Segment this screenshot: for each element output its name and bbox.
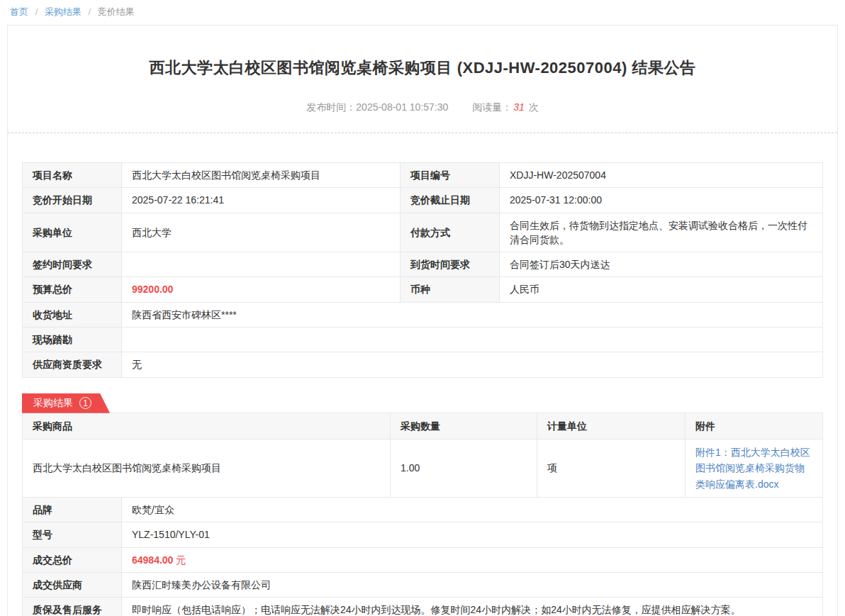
- announcement-card: 西北大学太白校区图书馆阅览桌椅采购项目 (XDJJ-HW-202507004) …: [7, 25, 838, 616]
- table-row: 成交供应商 陕西汇时臻美办公设备有限公司: [23, 573, 823, 598]
- table-row: 西北大学太白校区图书馆阅览桌椅采购项目 1.00 项 附件1：西北大学太白校区图…: [23, 439, 823, 497]
- info-value-supplier-qualification: 无: [122, 352, 823, 377]
- detail-label-brand: 品牌: [23, 498, 122, 522]
- info-value-sign-time: [122, 252, 401, 277]
- result-tag-label: 采购结果: [33, 397, 73, 410]
- result-attachment-cell: 附件1：西北大学太白校区图书馆阅览桌椅采购货物类响应偏离表.docx: [685, 439, 823, 497]
- info-label-project-name: 项目名称: [23, 163, 122, 188]
- info-label-delivery-time: 到货时间要求: [401, 252, 500, 277]
- info-value-currency: 人民币: [500, 277, 823, 302]
- page-title: 西北大学太白校区图书馆阅览桌椅采购项目 (XDJJ-HW-202507004) …: [22, 57, 823, 79]
- info-value-purchaser: 西北大学: [122, 213, 401, 252]
- table-row: 质保及售后服务 即时响应（包括电话响应）；电话响应无法解决24小时内到达现场。修…: [23, 598, 823, 616]
- breadcrumb-current: 竞价结果: [98, 6, 135, 17]
- table-row: 现场踏勘: [23, 327, 823, 352]
- result-table: 采购商品 采购数量 计量单位 附件 西北大学太白校区图书馆阅览桌椅采购项目 1.…: [22, 413, 823, 498]
- table-row: 品牌 欧梵/宜众: [23, 498, 823, 522]
- table-row: 收货地址 陕西省西安市碑林区****: [23, 302, 823, 327]
- breadcrumb-separator: /: [89, 6, 91, 17]
- result-detail-table: 品牌 欧梵/宜众 型号 YLZ-1510/YLY-01 成交总价 64984.0…: [22, 497, 823, 616]
- detail-value-deal-price: 64984.00 元: [122, 547, 823, 572]
- result-header-unit: 计量单位: [537, 413, 685, 439]
- info-label-project-no: 项目编号: [401, 163, 500, 188]
- info-value-bid-end: 2025-07-31 12:00:00: [500, 188, 823, 213]
- detail-label-model: 型号: [23, 522, 122, 547]
- result-product-name: 西北大学太白校区图书馆阅览桌椅采购项目: [23, 439, 391, 497]
- table-row: 签约时间要求 到货时间要求 合同签订后30天内送达: [23, 252, 823, 277]
- views-group: 阅读量：31 次: [472, 101, 538, 113]
- info-value-bid-start: 2025-07-22 16:21:41: [122, 188, 401, 213]
- info-label-address: 收货地址: [23, 302, 122, 327]
- deal-price-amount: 64984.00: [132, 554, 173, 566]
- info-value-budget: 99200.00: [122, 277, 401, 302]
- result-header-product: 采购商品: [23, 413, 391, 439]
- publish-time-group: 发布时间：2025-08-01 10:57:30: [306, 101, 448, 113]
- project-info-table: 项目名称 西北大学太白校区图书馆阅览桌椅采购项目 项目编号 XDJJ-HW-20…: [22, 162, 823, 378]
- detail-value-supplier: 陕西汇时臻美办公设备有限公司: [122, 573, 823, 598]
- views-unit: 次: [529, 101, 539, 113]
- info-label-bid-end: 竞价截止日期: [401, 188, 500, 213]
- result-count-badge: 1: [79, 397, 91, 409]
- result-header-quantity: 采购数量: [391, 413, 537, 439]
- info-label-budget: 预算总价: [23, 277, 122, 302]
- result-section-tag: 采购结果 1: [22, 393, 110, 413]
- publish-time-label: 发布时间：: [306, 101, 356, 113]
- table-row: 供应商资质要求 无: [23, 352, 823, 377]
- info-label-payment: 付款方式: [401, 213, 500, 252]
- detail-value-warranty: 即时响应（包括电话响应）；电话响应无法解决24小时内到达现场。修复时间24小时内…: [122, 598, 823, 616]
- detail-label-deal-price: 成交总价: [23, 547, 122, 572]
- detail-label-supplier: 成交供应商: [23, 573, 122, 598]
- breadcrumb-home[interactable]: 首页: [10, 6, 28, 17]
- table-row: 预算总价 99200.00 币种 人民币: [23, 277, 823, 302]
- info-label-currency: 币种: [401, 277, 500, 302]
- breadcrumb-separator: /: [35, 6, 38, 17]
- info-label-sign-time: 签约时间要求: [23, 252, 122, 277]
- table-row: 采购单位 西北大学 付款方式 合同生效后，待货物到达指定地点、安装调试验收合格后…: [23, 213, 823, 252]
- info-value-site-survey: [122, 327, 823, 352]
- detail-label-warranty: 质保及售后服务: [23, 598, 122, 616]
- detail-value-model: YLZ-1510/YLY-01: [122, 522, 823, 547]
- announcement-body: 项目名称 西北大学太白校区图书馆阅览桌椅采购项目 项目编号 XDJJ-HW-20…: [8, 133, 837, 616]
- result-header-attachment: 附件: [685, 413, 823, 439]
- announcement-header: 西北大学太白校区图书馆阅览桌椅采购项目 (XDJJ-HW-202507004) …: [8, 26, 837, 133]
- info-label-purchaser: 采购单位: [23, 213, 122, 252]
- attachment-link[interactable]: 附件1：西北大学太白校区图书馆阅览桌椅采购货物类响应偏离表.docx: [695, 444, 812, 492]
- detail-value-brand: 欧梵/宜众: [122, 498, 823, 522]
- deal-price-unit: 元: [173, 554, 186, 566]
- table-row: 竞价开始日期 2025-07-22 16:21:41 竞价截止日期 2025-0…: [23, 188, 823, 213]
- info-value-address: 陕西省西安市碑林区****: [122, 302, 823, 327]
- publish-meta: 发布时间：2025-08-01 10:57:30 阅读量：31 次: [22, 101, 823, 133]
- breadcrumb-procurement-results[interactable]: 采购结果: [45, 6, 82, 17]
- info-value-project-name: 西北大学太白校区图书馆阅览桌椅采购项目: [122, 163, 401, 188]
- breadcrumb: 首页 / 采购结果 / 竞价结果: [0, 0, 845, 25]
- info-value-project-no: XDJJ-HW-202507004: [500, 163, 823, 188]
- table-row: 型号 YLZ-1510/YLY-01: [23, 522, 823, 547]
- views-label: 阅读量：: [472, 101, 512, 113]
- result-product-quantity: 1.00: [391, 439, 537, 497]
- table-row: 成交总价 64984.00 元: [23, 547, 823, 572]
- info-value-delivery-time: 合同签订后30天内送达: [500, 252, 823, 277]
- table-row: 项目名称 西北大学太白校区图书馆阅览桌椅采购项目 项目编号 XDJJ-HW-20…: [23, 163, 823, 188]
- publish-time-value: 2025-08-01 10:57:30: [356, 101, 448, 113]
- result-product-unit: 项: [537, 439, 685, 497]
- info-label-site-survey: 现场踏勘: [23, 327, 122, 352]
- info-label-bid-start: 竞价开始日期: [23, 188, 122, 213]
- table-header-row: 采购商品 采购数量 计量单位 附件: [23, 413, 823, 439]
- info-label-supplier-qualification: 供应商资质要求: [23, 352, 122, 377]
- info-value-payment: 合同生效后，待货物到达指定地点、安装调试验收合格后，一次性付清合同货款。: [500, 213, 823, 252]
- views-count: 31: [513, 101, 525, 113]
